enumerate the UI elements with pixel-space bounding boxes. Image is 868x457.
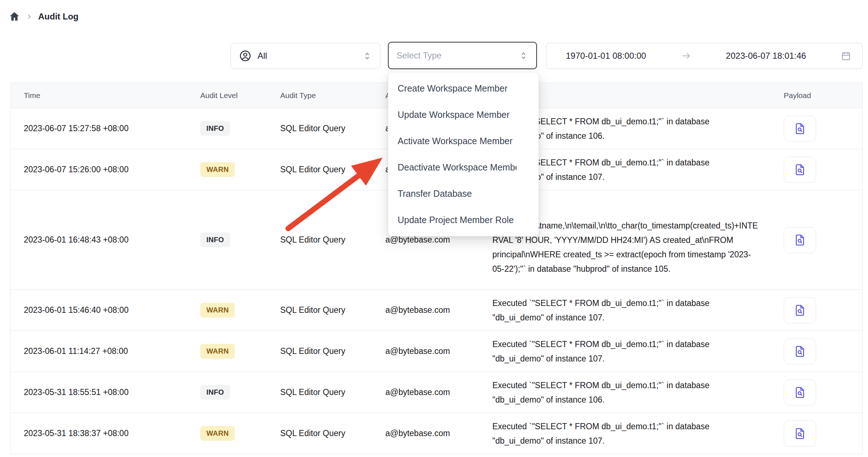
table-row: 2023-06-01 11:14:27 +08:00 WARN SQL Edit… bbox=[11, 331, 862, 372]
document-search-icon bbox=[793, 345, 807, 358]
header-payload: Payload bbox=[773, 91, 862, 100]
header-time: Time bbox=[24, 91, 200, 100]
type-filter-placeholder: Select Type bbox=[397, 50, 442, 61]
page-title: Audit Log bbox=[38, 12, 79, 22]
type-dropdown-menu: Create Workspace Member Update Workspace… bbox=[388, 72, 539, 236]
audit-level-badge: INFO bbox=[200, 232, 230, 247]
payload-view-button[interactable] bbox=[784, 338, 816, 364]
user-circle-icon bbox=[239, 49, 252, 62]
time-cell: 2023-05-31 18:38:37 +08:00 bbox=[24, 429, 200, 438]
audit-type-cell: SQL Editor Query bbox=[280, 429, 385, 438]
actor-filter-select[interactable]: All bbox=[231, 43, 380, 69]
dropdown-option[interactable]: Create Workspace Member bbox=[388, 75, 538, 102]
payload-view-button[interactable] bbox=[784, 421, 816, 447]
actor-cell: a@bytebase.com bbox=[385, 387, 492, 397]
audit-type-cell: SQL Editor Query bbox=[280, 235, 385, 245]
actor-cell: a@bytebase.com bbox=[385, 429, 492, 438]
comment-cell: Executed `"SELECT * FROM db_ui_demo.t1;"… bbox=[492, 419, 773, 448]
audit-level-badge: WARN bbox=[200, 303, 235, 318]
table-row: 2023-05-31 18:38:37 +08:00 WARN SQL Edit… bbox=[11, 413, 862, 454]
audit-level-badge: INFO bbox=[200, 385, 230, 400]
audit-type-cell: SQL Editor Query bbox=[280, 387, 385, 397]
actor-filter-value: All bbox=[258, 51, 267, 61]
table-row: 2023-06-01 15:46:40 +08:00 WARN SQL Edit… bbox=[11, 290, 862, 331]
dropdown-option-label: Update Project Member Role bbox=[398, 215, 514, 225]
date-range-picker[interactable]: 1970-01-01 08:00:00 2023-06-07 18:01:46 bbox=[546, 43, 863, 69]
dropdown-option-label: Transfer Database bbox=[398, 188, 472, 199]
time-cell: 2023-06-07 15:27:58 +08:00 bbox=[24, 124, 200, 133]
updown-chevrons-icon bbox=[362, 51, 372, 61]
payload-view-button[interactable] bbox=[784, 227, 816, 253]
comment-cell: Executed `"SELECT * FROM db_ui_demo.t1;"… bbox=[492, 378, 773, 407]
audit-level-badge: INFO bbox=[200, 121, 230, 136]
breadcrumb: Audit Log bbox=[9, 9, 79, 24]
audit-level-badge: WARN bbox=[200, 162, 235, 177]
time-cell: 2023-06-01 15:46:40 +08:00 bbox=[24, 305, 200, 315]
time-cell: 2023-06-07 15:26:00 +08:00 bbox=[24, 165, 200, 174]
updown-chevrons-icon bbox=[519, 51, 528, 61]
document-search-icon bbox=[793, 122, 807, 136]
dropdown-option-label: Create Workspace Member bbox=[398, 83, 507, 94]
date-range-start: 1970-01-01 08:00:00 bbox=[557, 51, 655, 61]
actor-cell: a@bytebase.com bbox=[385, 305, 492, 315]
home-icon[interactable] bbox=[9, 11, 20, 22]
calendar-icon bbox=[841, 50, 851, 61]
document-search-icon bbox=[793, 303, 807, 317]
audit-level-badge: WARN bbox=[200, 426, 235, 441]
header-audit-level: Audit Level bbox=[200, 91, 280, 100]
audit-type-cell: SQL Editor Query bbox=[280, 124, 385, 133]
payload-view-button[interactable] bbox=[784, 297, 816, 323]
comment-cell: Executed `"SELECT * FROM db_ui_demo.t1;"… bbox=[492, 296, 773, 325]
type-filter-select[interactable]: Select Type bbox=[388, 42, 537, 69]
dropdown-option-label: Activate Workspace Member bbox=[398, 136, 513, 146]
table-row: 2023-05-31 18:55:51 +08:00 INFO SQL Edit… bbox=[11, 372, 862, 413]
document-search-icon bbox=[793, 386, 807, 399]
document-search-icon bbox=[793, 163, 807, 177]
document-search-icon bbox=[793, 233, 807, 247]
payload-view-button[interactable] bbox=[784, 157, 816, 183]
audit-level-badge: WARN bbox=[200, 344, 235, 359]
dropdown-option[interactable]: Activate Workspace Member bbox=[388, 128, 538, 154]
payload-view-button[interactable] bbox=[784, 116, 816, 142]
dropdown-option[interactable]: Update Workspace Member bbox=[388, 102, 538, 128]
audit-type-cell: SQL Editor Query bbox=[280, 305, 385, 315]
dropdown-option[interactable]: Deactivate Workspace Member bbox=[388, 154, 538, 181]
time-cell: 2023-05-31 18:55:51 +08:00 bbox=[24, 387, 200, 397]
dropdown-option-label: Update Workspace Member bbox=[398, 110, 510, 120]
breadcrumb-chevron-icon bbox=[26, 13, 32, 20]
dropdown-option[interactable]: Update Project Member Role bbox=[388, 207, 538, 233]
actor-cell: a@bytebase.com bbox=[385, 346, 492, 356]
header-audit-type: Audit Type bbox=[280, 91, 385, 100]
dropdown-option-label: Deactivate Workspace Member bbox=[398, 162, 516, 173]
document-search-icon bbox=[793, 427, 807, 440]
time-cell: 2023-06-01 11:14:27 +08:00 bbox=[24, 346, 200, 356]
audit-type-cell: SQL Editor Query bbox=[280, 165, 385, 174]
actor-cell: a@bytebase.com bbox=[385, 235, 492, 245]
audit-type-cell: SQL Editor Query bbox=[280, 346, 385, 356]
payload-view-button[interactable] bbox=[784, 380, 816, 405]
date-range-end: 2023-06-07 18:01:46 bbox=[717, 51, 815, 61]
dropdown-option[interactable]: Transfer Database bbox=[388, 181, 538, 207]
comment-cell: Executed `"SELECT * FROM db_ui_demo.t1;"… bbox=[492, 337, 773, 366]
arrow-right-icon bbox=[681, 50, 692, 61]
time-cell: 2023-06-01 16:48:43 +08:00 bbox=[24, 235, 200, 245]
